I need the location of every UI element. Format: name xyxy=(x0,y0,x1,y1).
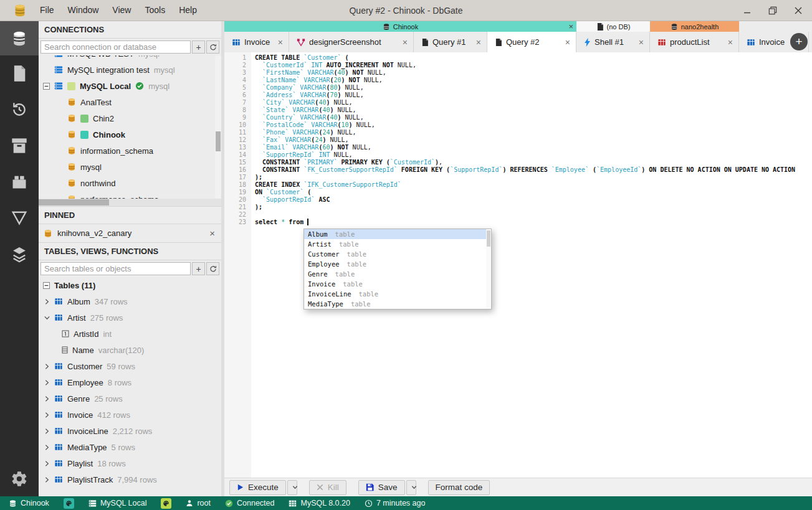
status-item-chinook[interactable]: Chinook xyxy=(9,499,49,508)
rail-item-layers[interactable] xyxy=(0,236,39,272)
connection-mysql-local[interactable]: MySQL Localmysql xyxy=(39,78,221,94)
tab-query-2[interactable]: Query #2× xyxy=(487,32,576,52)
expander-minus-icon[interactable] xyxy=(43,83,50,90)
refresh-connections-button[interactable] xyxy=(206,40,219,54)
tab-group-banner: (no DB) xyxy=(576,21,650,32)
chev-right-sm-icon[interactable] xyxy=(44,477,50,483)
tables-search-input[interactable] xyxy=(41,262,191,275)
token xyxy=(255,62,262,68)
format-code-button[interactable]: Format code xyxy=(428,480,490,495)
close-group-button[interactable]: × xyxy=(568,22,573,31)
chev-down-sm-icon[interactable] xyxy=(44,315,50,321)
chev-right-sm-icon[interactable] xyxy=(44,396,50,402)
table-playlist[interactable]: Playlist18 rows xyxy=(39,455,221,471)
autocomplete-item-mediatype[interactable]: MediaTypetable xyxy=(304,299,486,309)
connection-mysql-wd-test[interactable]: MYSQL WD TESTmysql xyxy=(39,55,221,62)
chev-right-sm-icon[interactable] xyxy=(44,299,50,305)
tab-productlist[interactable]: productList× xyxy=(650,32,739,52)
chev-right-sm-icon[interactable] xyxy=(44,412,50,418)
autocomplete-item-genre[interactable]: Genretable xyxy=(304,269,486,279)
minimize-button[interactable] xyxy=(742,6,752,16)
add-tab-button[interactable]: + xyxy=(790,33,808,50)
rail-item-filter[interactable] xyxy=(0,200,39,236)
column-artistid[interactable]: ArtistIdint xyxy=(39,326,221,342)
connection-northwind[interactable]: northwind xyxy=(39,175,221,191)
autocomplete-scrollbar[interactable] xyxy=(486,230,490,308)
connection-information-schema[interactable]: information_schema xyxy=(39,143,221,159)
table-mediatype[interactable]: MediaType5 rows xyxy=(39,439,221,455)
token: , xyxy=(439,159,442,166)
autocomplete-item-employee[interactable]: Employeetable xyxy=(304,259,486,269)
rail-item-plugin[interactable] xyxy=(0,164,39,200)
close-tab-button[interactable]: × xyxy=(476,37,481,47)
execute-options-button[interactable] xyxy=(287,480,297,495)
column-name[interactable]: Namevarchar(120) xyxy=(39,342,221,358)
chev-right-sm-icon[interactable] xyxy=(44,445,50,450)
engine-label: mysql xyxy=(154,65,175,75)
restore-button[interactable] xyxy=(768,6,778,16)
rail-item-file[interactable] xyxy=(0,55,39,92)
refresh-tables-button[interactable] xyxy=(206,262,219,275)
rail-item-database[interactable] xyxy=(0,21,39,55)
status-item-7-minutes-ago[interactable]: 7 minutes ago xyxy=(365,499,426,508)
connection-chinook[interactable]: Chinook xyxy=(39,126,221,143)
table-invoice[interactable]: Invoice412 rows xyxy=(39,407,221,423)
menu-window[interactable]: Window xyxy=(61,0,106,21)
rail-item-archive[interactable] xyxy=(0,128,39,164)
connection-mysql-integration-test[interactable]: MySQL integration testmysql xyxy=(39,62,221,78)
tab-shell-1[interactable]: Shell #1× xyxy=(576,32,650,52)
save-button[interactable]: Save xyxy=(358,480,405,495)
autocomplete-item-artist[interactable]: Artisttable xyxy=(304,239,486,249)
sql-editor[interactable]: 1CREATE TABLE `Customer` (2 `CustomerId`… xyxy=(224,52,812,478)
status-item-connected[interactable]: Connected xyxy=(225,499,274,508)
rail-item-history[interactable] xyxy=(0,92,39,128)
add-table-button[interactable]: + xyxy=(192,262,205,275)
connections-hscrollbar[interactable] xyxy=(39,199,221,206)
close-tab-button[interactable]: × xyxy=(565,37,570,47)
autocomplete-item-invoiceline[interactable]: InvoiceLinetable xyxy=(304,289,486,299)
menu-tools[interactable]: Tools xyxy=(138,0,172,21)
tables-group[interactable]: Tables (11) xyxy=(39,277,221,293)
chev-right-sm-icon[interactable] xyxy=(44,380,50,385)
unpin-button[interactable]: × xyxy=(209,228,215,238)
connections-search-input[interactable] xyxy=(41,40,191,54)
rail-item-settings[interactable] xyxy=(0,461,39,496)
status-item-mysql-8-0-20[interactable]: MySQL 8.0.20 xyxy=(289,499,350,508)
connection-mysql[interactable]: mysql xyxy=(39,159,221,175)
close-window-button[interactable] xyxy=(793,6,803,16)
table-customer[interactable]: Customer59 rows xyxy=(39,358,221,374)
connection-chin2[interactable]: Chin2 xyxy=(39,110,221,126)
pinned-item-knihovna-v2-canary[interactable]: knihovna_v2_canary× xyxy=(39,224,221,242)
add-connection-button[interactable]: + xyxy=(192,40,205,54)
save-options-button[interactable] xyxy=(406,480,416,495)
tab-invoice[interactable]: Invoice× xyxy=(224,32,289,52)
menu-file[interactable]: File xyxy=(33,0,61,21)
tab-designerscreenshot[interactable]: designerScreenshot× xyxy=(289,32,414,52)
table-playlisttrack[interactable]: PlaylistTrack7,994 rows xyxy=(39,471,221,488)
tab-query-1[interactable]: Query #1× xyxy=(414,32,487,52)
chev-right-sm-icon[interactable] xyxy=(44,364,50,369)
autocomplete-item-album[interactable]: Albumtable xyxy=(304,229,486,239)
execute-button[interactable]: Execute xyxy=(229,480,286,495)
close-tab-button[interactable]: × xyxy=(728,37,733,47)
connections-vscrollbar[interactable] xyxy=(215,55,221,199)
autocomplete-item-customer[interactable]: Customertable xyxy=(304,249,486,259)
close-tab-button[interactable]: × xyxy=(403,37,408,47)
table-artist[interactable]: Artist275 rows xyxy=(39,309,221,326)
table-invoiceline[interactable]: InvoiceLine2,212 rows xyxy=(39,423,221,439)
chev-right-sm-icon[interactable] xyxy=(44,461,50,466)
menu-view[interactable]: View xyxy=(105,0,138,21)
menu-help[interactable]: Help xyxy=(172,0,204,21)
status-item-mysql-local[interactable]: MySQL Local xyxy=(88,499,147,508)
expander-minus-icon[interactable] xyxy=(43,282,50,289)
chev-right-sm-icon[interactable] xyxy=(44,428,50,434)
row-count: 347 rows xyxy=(95,297,128,306)
status-item-root[interactable]: root xyxy=(186,499,211,508)
table-album[interactable]: Album347 rows xyxy=(39,293,221,309)
table-genre[interactable]: Genre25 rows xyxy=(39,390,221,407)
close-tab-button[interactable]: × xyxy=(639,37,644,47)
autocomplete-item-invoice[interactable]: Invoicetable xyxy=(304,279,486,289)
close-tab-button[interactable]: × xyxy=(278,37,283,47)
connection-analtest[interactable]: AnalTest xyxy=(39,94,221,110)
table-employee[interactable]: Employee8 rows xyxy=(39,374,221,390)
